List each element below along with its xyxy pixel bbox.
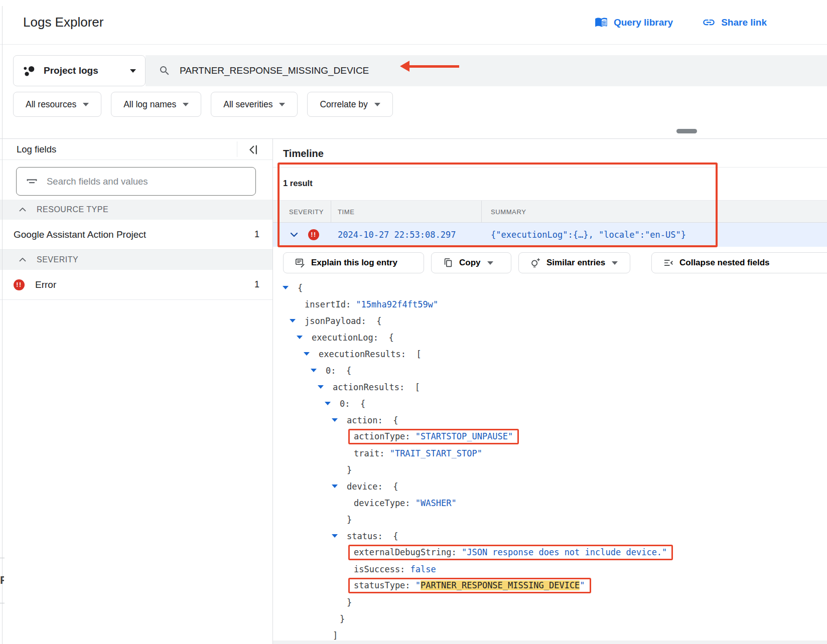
query-library-label: Query library	[614, 17, 673, 28]
share-link-button[interactable]: Share link	[702, 16, 767, 29]
field-search-box[interactable]	[16, 167, 256, 196]
page-title: Logs Explorer	[23, 0, 103, 45]
json-bracket: {	[388, 481, 398, 492]
filter-chip-label: All severities	[223, 99, 272, 110]
json-row-externalDebugString: externalDebugString: "JSON response does…	[273, 544, 827, 561]
field-item-error[interactable]: !!Error1	[0, 270, 272, 300]
expand-toggle-icon[interactable]	[290, 319, 296, 323]
divider	[481, 201, 482, 223]
json-row-status: status: {	[273, 528, 827, 544]
explain-this-log-entry-button[interactable]: Explain this log entry	[283, 252, 424, 273]
json-bracket: {	[298, 283, 303, 293]
json-key: device:	[347, 481, 388, 492]
expand-toggle-icon[interactable]	[332, 485, 338, 488]
action-button-label: Copy	[459, 258, 481, 268]
chevron-expanded-icon[interactable]	[288, 229, 300, 241]
query-text: PARTNER_RESPONSE_MISSING_DEVICE	[180, 65, 369, 76]
json-key: statusType:	[354, 580, 416, 590]
filter-chip-all-severities[interactable]: All severities	[211, 92, 298, 117]
error-severity-icon: !!	[308, 229, 319, 240]
field-section-header-severity[interactable]: SEVERITY	[0, 250, 272, 270]
json-row-actionType: actionType: "STARTSTOP_UNPAUSE"	[273, 428, 827, 445]
column-header-severity: SEVERITY	[289, 201, 324, 223]
json-bracket: ]	[333, 630, 338, 640]
json-row-jsonPayload: jsonPayload: {	[273, 312, 827, 329]
chevron-down-icon	[374, 103, 380, 106]
divider	[237, 141, 237, 157]
json-row-executionResults: executionResults: [	[273, 346, 827, 362]
horizontal-scrollbar[interactable]	[273, 640, 827, 644]
panel-drag-handle[interactable]	[676, 129, 697, 133]
divider	[331, 201, 331, 223]
results-table-header: SEVERITYTIMESUMMARY	[273, 200, 827, 223]
expand-toggle-icon[interactable]	[332, 534, 338, 538]
expand-toggle-icon[interactable]	[311, 369, 317, 372]
field-section-label: RESOURCE TYPE	[37, 205, 108, 214]
log-entry-summary: {"executionLog":{…}, "locale":"en-US"}	[491, 223, 686, 247]
json-value: "15mha92f4ft59w"	[356, 299, 438, 309]
action-button-label: Collapse nested fields	[679, 258, 770, 268]
expand-toggle-icon[interactable]	[304, 352, 310, 356]
link-icon	[702, 16, 716, 29]
json-value: false	[410, 564, 436, 574]
top-bar: Logs Explorer Query library Share link	[0, 0, 827, 45]
json-row-insertId: insertId: "15mha92f4ft59w"	[273, 296, 827, 312]
log-fields-panel: Log fields RESOURCE TYPEGoogle Assistant…	[0, 139, 273, 644]
expand-toggle-icon[interactable]	[297, 336, 303, 339]
field-item-count: 1	[254, 279, 259, 290]
filter-chip-label: All resources	[26, 99, 76, 110]
field-item-name: Google Assistant Action Project	[14, 229, 146, 240]
json-bracket: {	[388, 415, 398, 425]
query-input[interactable]: PARTNER_RESPONSE_MISSING_DEVICE	[146, 55, 827, 86]
project-logs-icon	[23, 64, 36, 78]
filter-chip-all-log-names[interactable]: All log names	[111, 92, 201, 117]
json-row-0: 0: {	[273, 362, 827, 379]
clipped-side-label: P	[0, 574, 4, 587]
expand-toggle-icon[interactable]	[325, 402, 331, 405]
json-bracket: {	[341, 366, 351, 376]
copy-button[interactable]: Copy	[431, 252, 511, 273]
explain-log-icon	[295, 257, 306, 268]
expand-toggle-icon[interactable]	[283, 286, 289, 289]
filter-chip-label: Correlate by	[320, 99, 367, 110]
json-tree: {insertId: "15mha92f4ft59w"jsonPayload: …	[273, 279, 827, 644]
copy-icon	[443, 257, 454, 268]
json-row-deviceType: deviceType: "WASHER"	[273, 495, 827, 511]
results-panel: Timeline 1 result SEVERITYTIMESUMMARY !!…	[273, 139, 827, 644]
json-value: "TRAIT_START_STOP"	[390, 448, 482, 458]
divider	[273, 167, 827, 168]
filter-chip-correlate-by[interactable]: Correlate by	[307, 92, 392, 117]
json-bracket: [	[410, 382, 420, 392]
expand-toggle-icon[interactable]	[318, 385, 324, 389]
field-search-input[interactable]	[47, 176, 246, 187]
json-value: "	[580, 580, 585, 590]
json-row-statusType: statusType: "PARTNER_RESPONSE_MISSING_DE…	[273, 577, 827, 594]
json-value: "STARTSTOP_UNPAUSE"	[416, 431, 513, 441]
filter-chip-all-resources[interactable]: All resources	[13, 92, 101, 117]
scope-selector[interactable]: Project logs	[13, 55, 146, 86]
json-value: "WASHER"	[416, 498, 457, 508]
log-entry-row[interactable]: !! 2024-10-27 22:53:08.297 {"executionLo…	[273, 223, 827, 247]
annotation-box-json: externalDebugString: "JSON response does…	[348, 545, 673, 560]
json-bracket: }	[340, 614, 345, 624]
field-item-name: Error	[35, 279, 56, 290]
query-library-button[interactable]: Query library	[595, 16, 673, 29]
json-key: executionResults:	[319, 349, 411, 359]
field-item-google-assistant-action-project[interactable]: Google Assistant Action Project1	[0, 220, 272, 250]
json-key: deviceType:	[354, 498, 416, 508]
json-bracket: }	[347, 515, 352, 525]
timeline-title: Timeline	[283, 140, 324, 168]
json-bracket: }	[347, 597, 352, 607]
similar-entries-button[interactable]: Similar entries	[518, 252, 630, 273]
collapse-nested-fields-button[interactable]: Collapse nested fields	[651, 252, 827, 273]
expand-toggle-icon[interactable]	[332, 418, 338, 422]
similar-entries-icon	[530, 257, 541, 268]
log-fields-header: Log fields	[0, 139, 272, 160]
collapse-panel-icon[interactable]	[246, 143, 259, 156]
json-row-trait: trait: "TRAIT_START_STOP"	[273, 445, 827, 461]
query-zone: PARTNER_RESPONSE_MISSING_DEVICE Project …	[0, 45, 827, 139]
json-value: "JSON response does not include device."	[462, 547, 667, 557]
field-section-header-resource-type[interactable]: RESOURCE TYPE	[0, 200, 272, 220]
scope-label: Project logs	[44, 65, 98, 76]
json-key: executionLog:	[312, 333, 383, 343]
